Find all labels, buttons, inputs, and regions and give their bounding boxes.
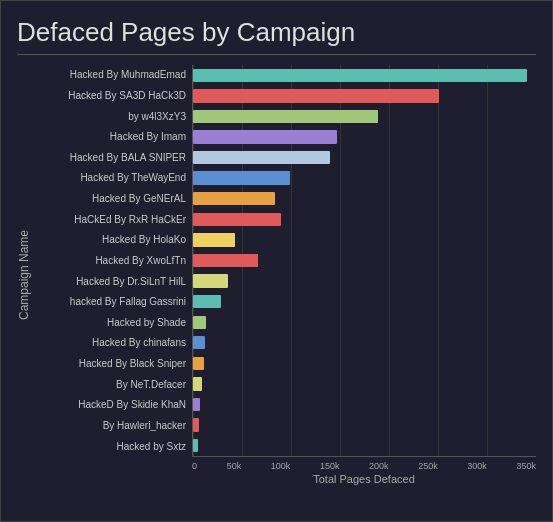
campaign-label: HackeD By Skidie KhaN bbox=[37, 399, 186, 411]
campaign-label: HaCkEd By RxR HaCkEr bbox=[37, 214, 186, 226]
bar bbox=[193, 89, 439, 102]
bar bbox=[193, 171, 290, 184]
campaign-label: Hacked By XwoLfTn bbox=[37, 255, 186, 267]
x-tick: 200k bbox=[369, 461, 389, 471]
campaign-label: Hacked By HolaKo bbox=[37, 234, 186, 246]
chart-container: Defaced Pages by Campaign Campaign Name … bbox=[0, 0, 553, 522]
x-axis-title: Total Pages Defaced bbox=[192, 473, 536, 485]
bar-row bbox=[193, 312, 536, 333]
x-tick: 250k bbox=[418, 461, 438, 471]
x-tick: 0 bbox=[192, 461, 197, 471]
bar bbox=[193, 418, 199, 431]
bar-row bbox=[193, 147, 536, 168]
campaign-labels: Hacked By MuhmadEmadHacked By SA3D HaCk3… bbox=[37, 65, 192, 457]
campaign-label: By NeT.Defacer bbox=[37, 379, 186, 391]
bar-row bbox=[193, 209, 536, 230]
chart-area: Campaign Name Hacked By MuhmadEmadHacked… bbox=[17, 65, 536, 485]
bar-row bbox=[193, 106, 536, 127]
bar-row bbox=[193, 250, 536, 271]
bar-row bbox=[193, 394, 536, 415]
x-axis-ticks: 050k100k150k200k250k300k350k bbox=[192, 461, 536, 471]
bar bbox=[193, 336, 205, 349]
y-axis-label: Campaign Name bbox=[17, 65, 33, 485]
bar-row bbox=[193, 86, 536, 107]
bar bbox=[193, 192, 275, 205]
campaign-label: Hacked By Imam bbox=[37, 131, 186, 143]
bars-plot bbox=[192, 65, 536, 457]
bar-row bbox=[193, 353, 536, 374]
chart-title: Defaced Pages by Campaign bbox=[17, 17, 536, 55]
campaign-label: Hacked By SA3D HaCk3D bbox=[37, 90, 186, 102]
bar bbox=[193, 398, 200, 411]
campaign-label: Hacked By chinafans bbox=[37, 337, 186, 349]
bars-and-labels: Hacked By MuhmadEmadHacked By SA3D HaCk3… bbox=[37, 65, 536, 485]
campaign-label: Hacked By GeNErAL bbox=[37, 193, 186, 205]
campaign-label: Hacked By MuhmadEmad bbox=[37, 69, 186, 81]
campaign-label: Hacked By Black Sniper bbox=[37, 358, 186, 370]
campaign-label: hacked By Fallag Gassrini bbox=[37, 296, 186, 308]
campaign-label: by w4l3XzY3 bbox=[37, 111, 186, 123]
bar bbox=[193, 357, 204, 370]
campaign-label: Hacked by Sxtz bbox=[37, 441, 186, 453]
bar bbox=[193, 110, 378, 123]
bar-row bbox=[193, 127, 536, 148]
bar-row bbox=[193, 333, 536, 354]
x-tick: 150k bbox=[320, 461, 340, 471]
bar-row bbox=[193, 271, 536, 292]
bar bbox=[193, 439, 198, 452]
bar bbox=[193, 295, 221, 308]
bar bbox=[193, 377, 202, 390]
bar-row bbox=[193, 374, 536, 395]
campaign-label: Hacked by Shade bbox=[37, 317, 186, 329]
bar bbox=[193, 274, 228, 287]
bar bbox=[193, 151, 330, 164]
bar bbox=[193, 233, 235, 246]
bar-row bbox=[193, 168, 536, 189]
x-tick: 300k bbox=[467, 461, 487, 471]
bar bbox=[193, 254, 258, 267]
x-tick: 100k bbox=[271, 461, 291, 471]
bars-section: Hacked By MuhmadEmadHacked By SA3D HaCk3… bbox=[37, 65, 536, 457]
bar-row bbox=[193, 415, 536, 436]
bar-row bbox=[193, 188, 536, 209]
x-tick: 50k bbox=[227, 461, 242, 471]
bar bbox=[193, 316, 206, 329]
bar bbox=[193, 213, 281, 226]
campaign-label: By Hawleri_hacker bbox=[37, 420, 186, 432]
bar-row bbox=[193, 230, 536, 251]
campaign-label: Hacked By TheWayEnd bbox=[37, 172, 186, 184]
campaign-label: Hacked By Dr.SiLnT HilL bbox=[37, 276, 186, 288]
bar bbox=[193, 130, 337, 143]
x-axis: 050k100k150k200k250k300k350k bbox=[192, 461, 536, 471]
x-tick: 350k bbox=[516, 461, 536, 471]
bar-row bbox=[193, 435, 536, 456]
campaign-label: Hacked By BALA SNIPER bbox=[37, 152, 186, 164]
bar-row bbox=[193, 65, 536, 86]
bar bbox=[193, 69, 527, 82]
bar-row bbox=[193, 291, 536, 312]
